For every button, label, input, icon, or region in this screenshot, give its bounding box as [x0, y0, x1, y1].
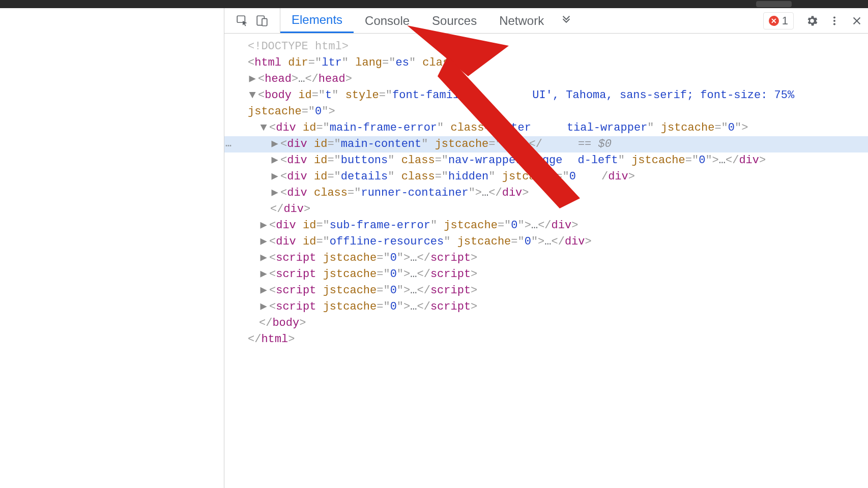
inspect-element-icon[interactable]: [236, 14, 249, 27]
expand-icon[interactable]: ▶: [259, 234, 268, 250]
expand-icon[interactable]: ▶: [259, 283, 268, 299]
expand-icon[interactable]: ▶: [248, 71, 257, 87]
tab-network[interactable]: Network: [488, 8, 555, 33]
browser-titlebar: [0, 0, 868, 8]
expand-icon[interactable]: ▶: [270, 169, 279, 185]
error-count: 1: [782, 14, 788, 27]
node-main-frame-error[interactable]: <div id="main-frame-error" class="inter: [269, 121, 531, 134]
expand-icon[interactable]: ▶: [259, 250, 268, 266]
selected-marker: == $0: [578, 138, 612, 150]
expand-icon[interactable]: ▶: [270, 136, 279, 152]
collapse-icon[interactable]: ▼: [248, 87, 257, 104]
more-tabs-icon[interactable]: [555, 8, 577, 33]
error-icon: ✕: [769, 16, 779, 26]
tab-console[interactable]: Console: [354, 8, 421, 33]
close-devtools-icon[interactable]: [846, 8, 868, 33]
svg-point-3: [833, 16, 835, 18]
node-script[interactable]: <script jstcache="0">…</script>: [269, 268, 477, 281]
dom-tree[interactable]: <!DOCTYPE html> <html dir="ltr" lang="es…: [224, 34, 868, 348]
node-html-open[interactable]: <html dir="ltr" lang="es" clas: [248, 56, 449, 69]
node-sub-frame-error[interactable]: <div id="sub-frame-error" jstcache="0">……: [269, 219, 578, 232]
node-body-close[interactable]: </body>: [259, 317, 306, 329]
node-head[interactable]: <head>…</head>: [258, 73, 352, 85]
node-main-content-selected[interactable]: ⋯▶<div id="main-content" jstcache="0">…<…: [224, 136, 868, 152]
svg-point-5: [833, 23, 835, 25]
tab-elements[interactable]: Elements: [280, 8, 354, 33]
expand-icon[interactable]: ▶: [259, 266, 268, 283]
node-body-open[interactable]: <body id="t" style="font-famil: [258, 89, 459, 102]
svg-rect-2: [262, 18, 267, 25]
node-body-open-cont[interactable]: jstcache="0">: [248, 105, 335, 118]
node-script[interactable]: <script jstcache="0">…</script>: [269, 300, 477, 313]
settings-icon[interactable]: [801, 8, 823, 33]
expand-icon[interactable]: ▶: [270, 152, 279, 169]
expand-icon[interactable]: ▶: [259, 218, 268, 234]
expand-icon[interactable]: ▶: [270, 185, 279, 201]
node-details[interactable]: <div id="details" class="hidden" jstcach…: [280, 170, 576, 183]
node-script[interactable]: <script jstcache="0">…</script>: [269, 284, 477, 297]
node-closediv[interactable]: </div>: [270, 203, 310, 216]
devtools-tabs: Elements Console Sources Network: [280, 8, 555, 33]
node-offline-resources[interactable]: <div id="offline-resources" jstcache="0"…: [269, 235, 592, 248]
node-buttons[interactable]: <div id="buttons" class="nav-wrapper sug…: [280, 154, 563, 167]
error-count-badge[interactable]: ✕ 1: [763, 12, 794, 29]
svg-point-4: [833, 19, 835, 21]
devtools-toolbar: Elements Console Sources Network ✕ 1: [224, 8, 868, 34]
node-script[interactable]: <script jstcache="0">…</script>: [269, 252, 477, 264]
device-toolbar-icon[interactable]: [255, 14, 269, 27]
tab-sources[interactable]: Sources: [421, 8, 488, 33]
page-preview-pane: [0, 8, 224, 488]
node-html-close[interactable]: </html>: [248, 333, 295, 346]
node-runner[interactable]: <div class="runner-container">…</div>: [280, 187, 529, 199]
kebab-menu-icon[interactable]: [823, 8, 846, 33]
expand-icon[interactable]: ▶: [259, 299, 268, 315]
collapse-icon[interactable]: ▼: [259, 120, 268, 136]
node-doctype[interactable]: <!DOCTYPE html>: [248, 40, 349, 53]
devtools-panel: Elements Console Sources Network ✕ 1: [224, 8, 868, 488]
